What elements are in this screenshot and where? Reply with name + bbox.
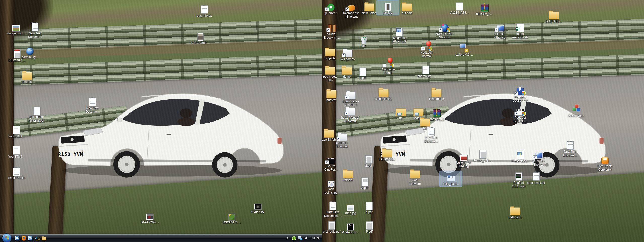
desktop-icon[interactable]: cully_paul... [439,171,462,186]
desktop-icon[interactable]: AviConvert... [565,104,588,118]
desktop-icon[interactable]: DHJRTSD... [543,9,565,24]
shortcut-arrow-icon [325,160,329,164]
windows-explorer-icon[interactable] [41,235,46,241]
desktop-icon-label: DSCF0173.... [221,221,243,224]
desktop-icon[interactable]: work software [404,168,426,186]
desktop-icon[interactable]: gti6 intake system.pdf [25,105,48,123]
taskbar: 13:09 [0,234,322,242]
desktop-icon-label: New Text Docume... [24,32,46,39]
a­viconvert-icon [571,104,583,114]
desktop-icon[interactable]: hdd1 (Venus) - Shortcut [339,105,361,124]
desktop-icon[interactable]: A1235_A14... [448,0,471,15]
desktop-icon[interactable]: Megamix 90_s.mp3 [388,25,411,44]
desktop-icon[interactable]: NodLogin normal [416,40,438,59]
shortcut-arrow-icon [345,7,349,11]
sedre-icon [514,106,526,116]
internet-explorer-icon[interactable] [34,235,40,241]
desktop-icon-label: HG533 - Shortcut [490,33,511,40]
desktop-icon[interactable]: 3.pdf [353,175,376,190]
network-icon[interactable] [298,236,302,241]
folder-shortcut-icon [345,90,357,99]
nodlogin-icon [382,58,394,67]
desktop-icon[interactable]: RecordFile [425,86,448,101]
rar-icon [479,2,491,12]
desktop-icon[interactable]: HG533 - Shortcut [489,22,512,40]
desktop-icon[interactable]: wonky.jpg [247,199,269,214]
folder-shared-icon [395,107,407,116]
folder-icon [509,206,521,215]
shortcut-arrow-icon [344,112,348,116]
desktop-icon[interactable]: µTorrent [319,1,342,16]
desktop-icon[interactable]: YourBTbill... [5,124,28,139]
desktop-icon[interactable]: Forms_17th... [471,148,494,163]
media-icon [393,26,405,36]
desktop-icon[interactable]: reject FC.txt [5,166,28,180]
desktop-icon[interactable]: New Text Docume... [559,139,581,158]
eset-icon[interactable] [292,236,296,241]
desktop-icon-label: garmin_kg... [19,56,41,59]
desktop-icon[interactable]: VENUS - Shortcut [528,149,550,167]
desktop-icon[interactable]: DSCF0593.... [139,209,161,224]
desktop-icon[interactable]: ADBCD.EXE - Shortcut [433,21,456,40]
desktop-icon[interactable]: 1.pdf [351,66,374,80]
desktop-icon[interactable]: pug info.txt [193,3,216,18]
desktop-icon[interactable]: New Text Docume... [81,96,104,114]
tray-icons [285,236,309,241]
folder-shortcut-icon [344,106,356,116]
desktop-icon[interactable]: 4.pdf [358,200,380,215]
desktop-icon[interactable]: downloads - Shortcut [340,89,362,107]
desktop-icon[interactable]: h2testw_1.... [473,2,496,16]
desktop-icon[interactable]: photos [16,70,38,84]
expand-chevron-icon[interactable] [285,236,290,241]
desktop-icon-label: 5.pdf [358,230,380,234]
desktop-icon[interactable]: xbox reset.txt [525,170,547,185]
desktop-icon-label: wonky.jpg [247,210,269,214]
desktop-icon[interactable]: 2.pdf [357,153,380,168]
txt-icon [10,166,22,176]
desktop-icon[interactable]: pugfest [320,88,343,103]
desktop-icon[interactable]: Bin [353,34,375,48]
desktop-icon-label: bathroom [504,216,526,219]
desktop-icon[interactable]: Wii games [336,47,359,62]
desktop-icon-label: pug info.txt [193,14,215,18]
folder-icon [342,169,354,178]
desktop-icon-label: DSCF0589.... [190,41,211,45]
desktop-icon[interactable]: YourBTbill... [5,144,28,159]
desktop-icon[interactable]: anarchistc... [414,64,437,79]
desktop-icon[interactable]: 5.pdf [358,219,381,234]
desktop-icon[interactable]: New Text Docume... [420,126,442,144]
desktop-icon[interactable]: nuf said [396,1,418,16]
volume-icon[interactable] [304,236,309,241]
desktop-icon-label: work software [404,179,426,186]
folder-icon [21,70,33,80]
gopro-icon [325,155,337,164]
txt-icon [425,126,437,136]
window-switcher-icon[interactable] [28,235,33,241]
start-button[interactable] [2,233,12,242]
desktop-icon[interactable]: calibre - E-book ma... [321,22,343,40]
desktop-icon[interactable]: Peugeot DocBackup [509,85,532,103]
show-desktop-icon[interactable] [15,235,20,241]
desktop-icon[interactable]: DSCF0589.... [189,31,212,45]
desktop-icon[interactable]: Peugeot SEDRE... [509,105,532,124]
txt-icon [564,140,576,150]
desktop-icon[interactable]: torrents - Shortcut [331,131,353,149]
desktop-icon[interactable]: bathroom [504,205,527,220]
img-red-icon [458,151,470,161]
desktop-icon[interactable]: DSCF0173.... [221,210,243,225]
folder-icon [381,148,393,157]
desktop-icon-label: A1235_A14... [449,11,470,15]
txt-icon [327,201,339,210]
desktop-icon[interactable]: garmin_kg... [19,45,41,60]
desktop-icon[interactable]: New Text Docume... [24,21,46,39]
desktop-icon-label: µTorrent [320,12,342,15]
desktop-icon[interactable]: kindle books [372,86,395,101]
exe-orange-icon [345,2,357,11]
desktop-icon[interactable]: calibre-0.9.... [453,42,475,57]
desktop-icon[interactable]: meter readings.xls [509,21,532,40]
firefox-icon[interactable] [21,235,27,241]
desktop-icon[interactable]: NodLogin Force [377,57,400,75]
video-icon [513,171,525,181]
shortcut-arrow-icon [533,155,537,159]
desktop-icon[interactable]: Free Photo Converter [594,154,616,172]
